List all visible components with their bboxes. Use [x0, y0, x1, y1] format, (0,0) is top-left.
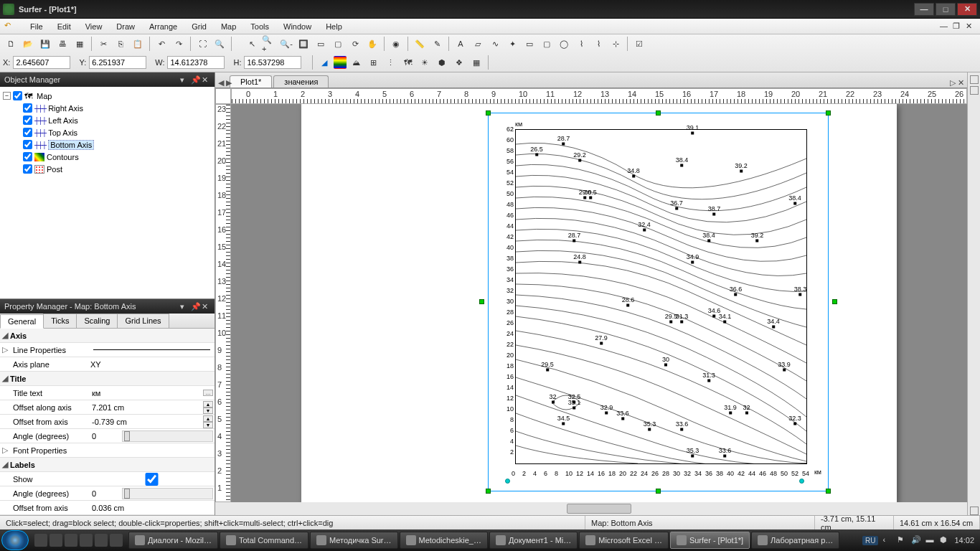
tree-item[interactable]: Bottom Axis	[48, 140, 94, 150]
zoom-page-icon[interactable]: ▭	[313, 36, 329, 52]
menu-grid[interactable]: Grid	[184, 21, 214, 32]
labels-angle-slider[interactable]	[122, 488, 213, 499]
y-input[interactable]	[89, 56, 146, 69]
mdi-minimize-icon[interactable]: —	[940, 22, 950, 32]
taskbar-button[interactable]: Total Command…	[220, 532, 308, 549]
polygon-icon[interactable]: ▱	[470, 36, 486, 52]
tab-plot1[interactable]: Plot1*	[230, 75, 272, 88]
prop-font-properties[interactable]: Font Properties	[10, 446, 89, 455]
strip-btn-1[interactable]	[970, 75, 979, 84]
labels-offset-input[interactable]	[90, 501, 213, 514]
select-tool-icon[interactable]: ↖	[244, 36, 260, 52]
ql-6[interactable]	[110, 534, 123, 547]
tree-item[interactable]: Contours	[47, 153, 79, 161]
minimize-button[interactable]: —	[914, 3, 934, 16]
taskbar-button[interactable]: Документ1 - Mi…	[489, 532, 578, 549]
step-down-icon[interactable]: ▼	[203, 408, 213, 414]
paste-icon[interactable]: 📋	[130, 36, 146, 52]
open-icon[interactable]: 📂	[20, 36, 36, 52]
w-input[interactable]	[167, 56, 225, 69]
tree-root[interactable]: Map	[37, 92, 52, 100]
grid-data-icon[interactable]: ▦	[72, 36, 88, 52]
refresh-icon[interactable]: ⟳	[347, 36, 363, 52]
offset-along-input[interactable]	[90, 401, 203, 414]
base-map-icon[interactable]: 🗺	[400, 55, 415, 70]
pan-icon[interactable]: ✋	[364, 36, 380, 52]
group-axis[interactable]: Axis	[10, 331, 27, 340]
pm-dropdown-icon[interactable]: ▾	[180, 302, 189, 311]
taskbar-button[interactable]: Методичка Sur…	[310, 532, 397, 549]
save-icon[interactable]: 💾	[37, 36, 53, 52]
tree-checkbox[interactable]	[23, 128, 32, 137]
tree-item[interactable]: Right Axis	[48, 104, 83, 113]
h-input[interactable]	[244, 56, 301, 69]
tab-general[interactable]: General	[0, 314, 44, 329]
taskbar-button[interactable]: Диалоги - Mozil…	[128, 532, 218, 549]
strip-btn-2[interactable]	[970, 86, 979, 95]
menu-file[interactable]: File	[23, 21, 50, 32]
horizontal-scrollbar[interactable]	[231, 502, 967, 515]
measure-icon[interactable]: 📏	[412, 36, 428, 52]
tab-close-icon[interactable]: ✕	[958, 78, 964, 88]
3d-wireframe-icon[interactable]: ⬢	[434, 55, 450, 70]
x-input[interactable]	[13, 56, 70, 69]
labels-angle-input[interactable]	[90, 487, 119, 500]
tray-icon-4[interactable]: ▬	[925, 535, 936, 545]
language-indicator[interactable]: RU	[862, 536, 878, 545]
angle-slider[interactable]	[122, 430, 213, 442]
menu-edit[interactable]: Edit	[50, 21, 78, 32]
tree-checkbox[interactable]	[23, 164, 32, 174]
tab-ticks[interactable]: Ticks	[43, 314, 77, 328]
tree-item[interactable]: Top Axis	[48, 128, 77, 137]
zoom-selection-icon[interactable]: 🔲	[296, 36, 311, 52]
trackball-icon[interactable]: ◉	[388, 36, 404, 52]
maximize-button[interactable]: □	[936, 3, 956, 16]
prop-axis-plane-value[interactable]: XY	[89, 360, 215, 369]
point-icon[interactable]: ⊹	[608, 36, 623, 52]
spline-area-icon[interactable]: ⌇	[590, 36, 606, 52]
mdi-close-icon[interactable]: ✕	[966, 22, 976, 32]
tab-scaling[interactable]: Scaling	[76, 314, 118, 328]
pm-pin-icon[interactable]: 📌	[191, 302, 199, 311]
rounded-rect-icon[interactable]: ▢	[539, 36, 555, 52]
menu-window[interactable]: Window	[276, 21, 319, 32]
ql-4[interactable]	[80, 534, 93, 547]
menu-tools[interactable]: Tools	[243, 21, 276, 32]
reshape-icon[interactable]: ✎	[429, 36, 445, 52]
clock[interactable]: 14:02	[954, 536, 974, 545]
redo-icon[interactable]: ↷	[171, 36, 187, 52]
tray-icon-3[interactable]: 🔊	[911, 535, 921, 545]
title-text-browse[interactable]: …	[203, 390, 213, 396]
zoom-in-icon[interactable]: 🔍+	[261, 36, 277, 52]
menu-view[interactable]: View	[78, 21, 110, 32]
tray-icon-5[interactable]: ⬢	[940, 535, 950, 545]
taskbar-button[interactable]: Surfer - [Plot1*]	[670, 532, 750, 549]
tree-checkbox[interactable]	[23, 152, 32, 161]
menu-help[interactable]: Help	[319, 21, 349, 32]
line-preview[interactable]	[93, 349, 210, 350]
3d-surface-icon[interactable]: ☀	[417, 55, 433, 70]
pane-close-icon[interactable]: ✕	[202, 75, 210, 84]
tab-gridlines[interactable]: Grid Lines	[117, 314, 169, 328]
zoom-out-icon[interactable]: 🔍-	[278, 36, 294, 52]
start-button[interactable]	[1, 530, 29, 550]
strip-btn-3[interactable]	[970, 507, 979, 515]
contour-map-icon[interactable]: ◢	[316, 55, 332, 70]
close-button[interactable]: ✕	[957, 3, 977, 16]
tree-checkbox[interactable]	[23, 116, 32, 125]
pm-close-icon[interactable]: ✕	[202, 302, 210, 311]
tab-values[interactable]: значения	[273, 75, 329, 88]
tree-collapse-icon[interactable]: −	[3, 92, 11, 100]
print-icon[interactable]: 🖶	[55, 36, 70, 52]
tray-icon-2[interactable]: ⚑	[897, 535, 907, 545]
ql-5[interactable]	[95, 534, 108, 547]
ellipse-icon[interactable]: ◯	[556, 36, 572, 52]
step-up-icon[interactable]: ▲	[203, 401, 213, 408]
zoom-actual-icon[interactable]: ▢	[330, 36, 346, 52]
step-down-icon[interactable]: ▼	[203, 422, 213, 428]
pane-dropdown-icon[interactable]: ▾	[180, 75, 189, 84]
ql-1[interactable]	[34, 534, 47, 547]
undo-icon[interactable]: ↶	[154, 36, 169, 52]
text-tool-icon[interactable]: A	[453, 36, 468, 52]
tree-item[interactable]: Left Axis	[48, 116, 78, 125]
